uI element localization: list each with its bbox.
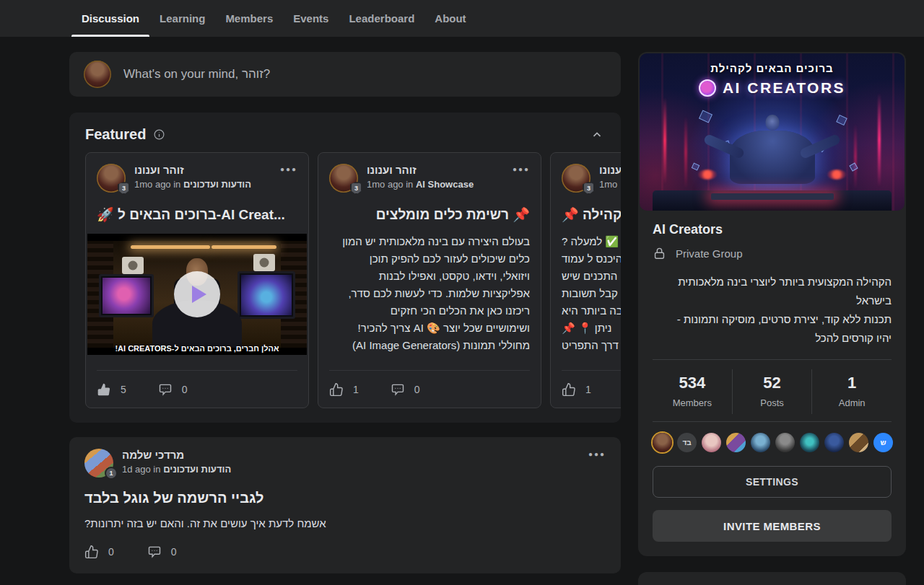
video-caption: אהלן חברים, ברוכים הבאים ל-AI CREATORS!: [87, 344, 307, 353]
author-block: זוהר וענונו 1mo ago in AI Showcase: [367, 164, 474, 190]
member-avatar[interactable]: [775, 433, 795, 452]
like-button[interactable]: 5: [97, 382, 126, 397]
more-options-icon[interactable]: ●●●: [513, 164, 530, 173]
post-body-line: בעולם היצירה עם בינה מלאכותית יש המון: [329, 233, 530, 250]
speech-bubble-icon: [147, 545, 162, 559]
author-name[interactable]: זוהר וענונו: [599, 164, 621, 176]
comment-button[interactable]: 0: [158, 382, 188, 397]
post-space[interactable]: AI Showcase: [416, 179, 474, 190]
featured-cards-row: 3 זוהר וענונו 1mo ago in הודעות ועדכונים…: [69, 152, 621, 408]
post-title[interactable]: לגביי הרשמה של גוגל בלבד: [84, 490, 606, 506]
comment-button[interactable]: 0: [147, 545, 177, 559]
level-badge: 1: [105, 467, 118, 480]
post-title[interactable]: קהילה 📌: [562, 206, 621, 224]
member-avatar[interactable]: ש: [873, 433, 893, 452]
brain-logo-icon: [699, 79, 716, 97]
card-header: 3 זוהר וענונו 1mo ago in הודעות ועדכונים…: [97, 164, 297, 193]
author-name[interactable]: זוהר וענונו: [134, 164, 251, 176]
info-icon[interactable]: [153, 128, 165, 141]
member-avatar[interactable]: [653, 433, 672, 452]
featured-card-rules[interactable]: 3 זוהר וענונו 1mo קהילה 📌 ✅ למעלה ?היכנס…: [550, 152, 621, 408]
speech-bubble-icon: [391, 382, 405, 397]
author-avatar-wrap: 3: [97, 164, 126, 193]
member-avatar[interactable]: [800, 433, 819, 452]
post-body-line: ✅ למעלה ?: [562, 233, 621, 250]
post-body: ✅ למעלה ?היכנס ל עמודהתכנים שישקבל תשובו…: [562, 233, 621, 354]
post-title[interactable]: 🚀 ברוכים הבאים ל-AI Creat...: [97, 206, 297, 224]
card-header: 3 זוהר וענונו 1mo: [562, 164, 621, 193]
like-count: 5: [121, 384, 126, 395]
post-time: 1d ago in: [122, 464, 161, 475]
play-icon[interactable]: [174, 271, 220, 317]
stat-label: Admin: [812, 397, 892, 408]
nav-tab[interactable]: Learning: [149, 0, 215, 37]
cover-brand-text: AI CREATORS: [723, 79, 845, 97]
more-options-icon[interactable]: ●●●: [280, 164, 297, 173]
card-footer: 1: [562, 370, 621, 408]
like-button[interactable]: 1: [329, 382, 359, 397]
member-avatar[interactable]: [726, 433, 746, 452]
cover-welcome-text: ברוכים הבאים לקהילת: [640, 62, 905, 74]
member-avatar[interactable]: [849, 433, 868, 452]
post-time: 1mo: [599, 179, 617, 190]
like-button[interactable]: 1: [562, 382, 591, 397]
post-space[interactable]: הודעות ועדכונים: [183, 179, 251, 190]
like-count: 1: [585, 384, 591, 395]
featured-card-tools[interactable]: 3 זוהר וענונו 1mo ago in AI Showcase ●●●…: [318, 152, 541, 408]
comment-count: 0: [414, 384, 420, 395]
post-time: 1mo ago in: [367, 179, 413, 190]
thumbs-up-icon: [329, 382, 344, 397]
author-name[interactable]: מרדכי שלמה: [122, 449, 231, 461]
nav-tab[interactable]: Discussion: [71, 0, 149, 37]
member-avatar[interactable]: [751, 433, 770, 452]
featured-section: Featured: [69, 113, 621, 423]
privacy-row: Private Group: [653, 247, 892, 260]
featured-card-welcome[interactable]: 3 זוהר וענונו 1mo ago in הודעות ועדכונים…: [85, 152, 309, 408]
member-avatar[interactable]: [824, 433, 844, 452]
group-info-card: ברוכים הבאים לקהילת AI CREATORS AI Creat…: [638, 52, 906, 556]
speech-bubble-icon: [158, 382, 173, 397]
post-body-line: ריכזנו כאן את הכלים הכי חזקים: [329, 302, 530, 320]
post-meta: 1d ago in הודעות ועדכונים: [122, 464, 231, 475]
invite-members-button[interactable]: INVITE MEMBERS: [653, 510, 892, 542]
stat-value: 534: [653, 374, 732, 392]
member-avatar[interactable]: בד: [677, 433, 697, 452]
post-footer: 0 0: [84, 545, 606, 563]
current-user-avatar[interactable]: [84, 61, 111, 88]
member-avatar[interactable]: [702, 433, 721, 452]
nav-tab[interactable]: Events: [283, 0, 339, 37]
video-thumbnail[interactable]: אהלן חברים, ברוכים הבאים ל-AI CREATORS!: [87, 234, 307, 355]
level-badge: 3: [350, 182, 362, 195]
card-footer: 5 0: [97, 370, 297, 408]
like-count: 1: [353, 384, 359, 395]
post-body-line: היכנס ל עמוד: [562, 250, 621, 268]
settings-button[interactable]: SETTINGS: [653, 466, 892, 498]
more-options-icon[interactable]: ●●●: [588, 449, 606, 458]
author-block: מרדכי שלמה 1d ago in הודעות ועדכונים: [122, 449, 231, 475]
nav-tab[interactable]: Leaderboard: [339, 0, 424, 37]
group-stat: 1 Admin: [811, 369, 892, 414]
comment-button[interactable]: 0: [391, 382, 420, 397]
chevron-up-icon[interactable]: [590, 128, 603, 141]
author-name[interactable]: זוהר וענונו: [367, 164, 474, 176]
feed-post[interactable]: 1 מרדכי שלמה 1d ago in הודעות ועדכונים ●…: [69, 437, 621, 573]
post-title[interactable]: 📌 רשימת כלים מומלצים: [329, 206, 530, 224]
post-meta: 1mo: [599, 179, 621, 190]
privacy-label: Private Group: [676, 247, 743, 260]
post-body-line: ניתן 📍 📌: [562, 320, 621, 337]
like-count: 0: [108, 546, 114, 558]
author-block: זוהר וענונו 1mo: [599, 164, 621, 190]
post-body: אשמח לדעת איך עושים את זה. והאם יש בזה י…: [84, 517, 606, 529]
lock-icon: [653, 247, 666, 260]
post-body-line: אפליקציות שלמות. כדי לעשות לכם סדר,: [329, 285, 530, 302]
like-button[interactable]: 0: [84, 545, 114, 559]
card-header: 1 מרדכי שלמה 1d ago in הודעות ועדכונים ●…: [84, 449, 606, 478]
composer-placeholder: What's on your mind, זוהר?: [123, 67, 270, 82]
nav-tab[interactable]: About: [424, 0, 476, 37]
post-body-line: ויזואלי, וידאו, טקסט, ואפילו לבנות: [329, 268, 530, 285]
main-column: What's on your mind, זוהר? Featured: [69, 52, 621, 585]
nav-tab[interactable]: Members: [215, 0, 283, 37]
post-time: 1mo ago in: [134, 179, 180, 190]
post-space[interactable]: הודעות ועדכונים: [163, 464, 231, 475]
post-composer[interactable]: What's on your mind, זוהר?: [69, 52, 621, 97]
